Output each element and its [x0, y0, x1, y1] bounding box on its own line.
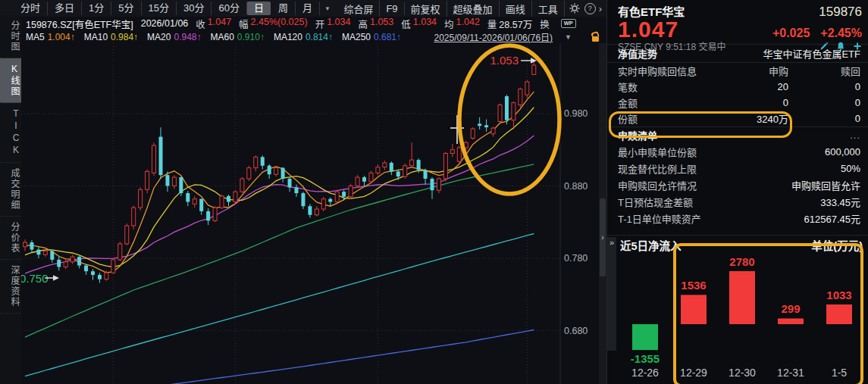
field-value: 1.047 [208, 17, 231, 31]
settings-gear-icon[interactable] [569, 2, 581, 14]
price-change-pct: +2.45% [820, 27, 862, 40]
sidebar-item-深度资料[interactable]: 深度资料 [0, 260, 21, 314]
period-tab-分时[interactable]: 分时 [14, 2, 48, 15]
collapse-strip[interactable]: » [607, 237, 616, 351]
redemption-detail-list: 最小申赎单位份额600,000现金替代比例上限50%申购赎回允许情况申购赎回皆允… [607, 143, 868, 226]
field-label: 开 [315, 17, 325, 31]
period-tab-多日[interactable]: 多日 [48, 2, 82, 15]
svg-text:12-26: 12-26 [631, 367, 659, 379]
redemption-list-title: 申赎清单 [618, 128, 657, 142]
subscribe-value: 3240万 [716, 111, 788, 126]
sidebar-item-K线图[interactable]: K线图 [0, 58, 21, 103]
period-tab-30分[interactable]: 30分 [177, 2, 212, 15]
menu-item-画线[interactable]: 画线 [500, 1, 532, 17]
ma-value: 0.984↑ [111, 32, 138, 42]
add-plus-icon[interactable] [853, 42, 862, 51]
svg-text:1033: 1033 [826, 289, 851, 301]
edit-pencil-icon[interactable] [819, 42, 829, 51]
toolbar-expand-chevron-icon[interactable]: › [599, 3, 602, 14]
splitter-handle[interactable]: › [600, 198, 606, 276]
ma-legend-MA120: MA1200.814↑ [274, 32, 333, 42]
unlock-icon[interactable] [591, 32, 600, 42]
ma-label: MA120 [274, 32, 302, 42]
ma-legend-MA60: MA600.910↑ [211, 32, 265, 42]
row-label: 笔数 [618, 80, 716, 94]
quote-header: 有色ETF华宝 159876 1.047 +0.025 +2.45% SZSE … [607, 0, 868, 45]
menu-item-综合屏[interactable]: 综合屏 [337, 1, 380, 17]
table-row-份额: 份额3240万0 [607, 111, 868, 126]
menu-item-前复权[interactable]: 前复权 [405, 1, 447, 17]
period-tab-5分[interactable]: 5分 [111, 2, 141, 15]
period-dropdown-icon[interactable]: ▼ [320, 5, 335, 12]
net-inflow-bar-chart: -135512-26153612-29278012-3029912-311033… [607, 253, 868, 384]
menu-item-超级叠加[interactable]: 超级叠加 [447, 1, 500, 17]
list-row-label: 最小申赎单位份额 [618, 145, 697, 159]
ma-label: MA10 [84, 32, 108, 42]
svg-text:0.980: 0.980 [564, 108, 588, 119]
ma-legend-MA5: MA51.004↑ [26, 32, 75, 42]
help-icon[interactable]: ? [584, 3, 596, 14]
symbol-label[interactable]: 159876.SZ[有色ETF华宝] [26, 17, 133, 31]
ma-label: MA60 [211, 32, 234, 42]
quote-field-量: 量28.57万 [487, 17, 532, 31]
period-tab-日[interactable]: 日 [247, 2, 271, 15]
ma-value: 0.814↑ [306, 32, 333, 42]
net-inflow-title: 近5日净流入 [620, 237, 682, 253]
list-row-label: T日预估现金差额 [618, 195, 693, 209]
period-tab-15分[interactable]: 15分 [142, 2, 177, 15]
price-change: +0.025 [772, 27, 810, 40]
svg-text:2780: 2780 [729, 255, 754, 268]
list-row-value: 50% [841, 163, 860, 174]
sidebar-item-TICK[interactable]: TICK [0, 103, 21, 163]
list-row-value: 612567.45元 [804, 211, 860, 226]
field-label: 收 [196, 17, 205, 31]
ma-label: MA5 [26, 32, 45, 42]
svg-text:-1355: -1355 [631, 352, 660, 365]
col-subscribe-header: 申购 [716, 64, 788, 78]
field-label: 幅 [239, 17, 249, 31]
subscribe-value: 20 [716, 81, 788, 92]
chart-mode-sidebar: 分时图K线图TICK成交明细分价表深度资料 [0, 15, 21, 384]
svg-text:0.880: 0.880 [564, 181, 588, 192]
period-tab-周[interactable]: 周 [271, 2, 296, 15]
svg-text:12-31: 12-31 [777, 367, 804, 379]
sidebar-item-分时图[interactable]: 分时图 [0, 15, 21, 58]
kline-chart[interactable]: 0.9800.8800.7800.6801.0530.750 [21, 43, 606, 384]
quote-field-均: 均1.042 [444, 17, 480, 31]
subscription-table: 实时申购赎回信息申购赎回笔数200金额00份额3240万0 [607, 63, 868, 126]
alert-bell-icon[interactable] [836, 42, 845, 51]
svg-text:1.053: 1.053 [490, 54, 519, 67]
date-range-dropdown-icon[interactable]: ▼ [565, 33, 572, 41]
ma-legend-MA20: MA200.948↑ [147, 32, 201, 42]
date-range-link[interactable]: 2025/09/11-2026/01/06(76日) [434, 30, 553, 43]
redemption-list-header[interactable]: 申赎清单 ... [607, 126, 868, 143]
sidebar-item-成交明细[interactable]: 成交明细 [0, 163, 21, 217]
expand-double-chevron-icon: » [609, 238, 614, 247]
period-tab-月[interactable]: 月 [296, 2, 320, 15]
ma-value: 0.681↑ [374, 32, 401, 42]
list-row-现金替代比例上限: 现金替代比例上限50% [607, 160, 868, 176]
col-redeem-header: 赎回 [788, 64, 860, 78]
svg-text:1-5: 1-5 [832, 367, 847, 379]
period-tab-1分[interactable]: 1分 [82, 2, 111, 15]
ma-label: MA20 [147, 32, 171, 42]
quote-field-高: 高1.053 [358, 17, 393, 31]
field-label: 高 [358, 17, 368, 31]
field-value: 1.053 [370, 17, 393, 31]
menu-item-工具[interactable]: 工具 [532, 1, 565, 17]
panel-splitter[interactable]: › [599, 43, 606, 384]
table-header-row: 实时申购赎回信息申购赎回 [607, 63, 868, 79]
quote-side-panel: 有色ETF华宝 159876 1.047 +0.025 +2.45% SZSE … [606, 0, 868, 384]
more-ellipsis-icon[interactable]: ... [850, 130, 860, 141]
list-row-T日预估现金差额: T日预估现金差额333.45元 [607, 193, 868, 210]
wp-window-icon[interactable]: WP [561, 19, 576, 28]
table-row-金额: 金额00 [607, 95, 868, 111]
list-row-value: 600,000 [825, 146, 860, 158]
ma-values: MA51.004↑MA100.984↑MA200.948↑MA600.910↑M… [26, 32, 401, 42]
field-label: 换 [540, 17, 550, 31]
field-value: 1.034 [413, 17, 437, 31]
menu-item-F9[interactable]: F9 [380, 2, 404, 15]
period-tab-60分[interactable]: 60分 [212, 2, 246, 15]
list-row-label: 申购赎回允许情况 [618, 178, 697, 192]
sidebar-item-分价表[interactable]: 分价表 [0, 217, 21, 260]
